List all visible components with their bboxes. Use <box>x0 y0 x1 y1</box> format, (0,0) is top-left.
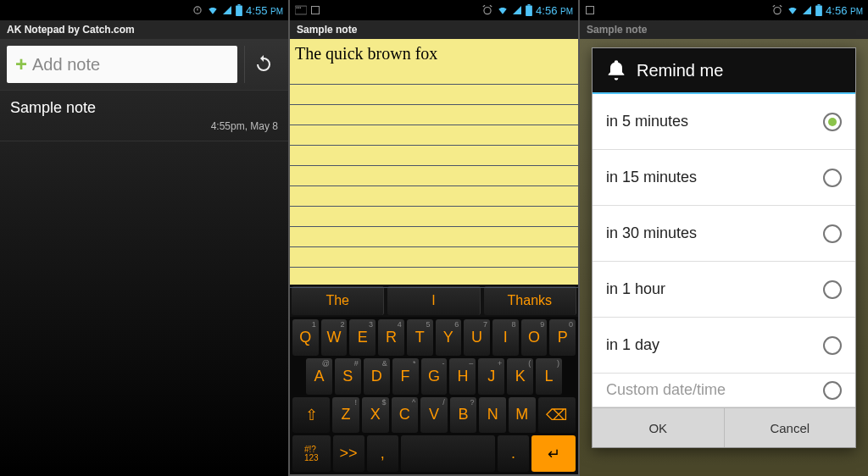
wifi-icon <box>497 4 509 16</box>
status-bar: 4:55 PM <box>0 0 288 20</box>
note-item[interactable]: Sample note 4:55pm, May 8 <box>0 91 288 141</box>
alarm-icon <box>771 4 783 16</box>
key-X[interactable]: $X <box>362 397 389 434</box>
key-C[interactable]: ^C <box>392 397 419 434</box>
refresh-button[interactable] <box>244 46 281 83</box>
cancel-button[interactable]: Cancel <box>725 408 856 447</box>
radio-selected-icon <box>823 113 842 131</box>
app-title: Sample note <box>290 20 578 39</box>
reminder-option[interactable]: in 1 hour <box>593 262 855 318</box>
dialog-header: Remind me <box>593 48 855 94</box>
key-enter[interactable]: ↵ <box>531 435 576 472</box>
svg-rect-10 <box>587 7 594 14</box>
note-content-area[interactable]: The quick brown fox <box>290 39 578 285</box>
svg-rect-1 <box>238 4 241 6</box>
key-D[interactable]: &D <box>364 358 390 395</box>
key-M[interactable]: M <box>509 397 536 434</box>
reminder-option[interactable]: in 15 minutes <box>593 150 855 206</box>
signal-icon <box>222 5 232 15</box>
key-W[interactable]: 2W <box>321 319 348 356</box>
key-V[interactable]: /V <box>420 397 448 434</box>
key-symbols[interactable]: #!? 123 <box>292 435 331 472</box>
suggestion-bar: The I Thanks <box>290 285 578 317</box>
option-label: in 30 minutes <box>606 224 697 242</box>
add-note-button[interactable]: + Add note <box>7 46 237 83</box>
key-Y[interactable]: 6Y <box>436 319 462 356</box>
keyboard-row-3: ⇧!Z$X^C/V?BNM⌫ <box>292 397 576 434</box>
svg-rect-8 <box>526 6 532 16</box>
reminder-option[interactable]: Custom date/time <box>593 374 855 407</box>
ok-button[interactable]: OK <box>593 408 725 447</box>
keyboard-notif-icon <box>295 5 307 15</box>
option-label: in 15 minutes <box>606 169 697 186</box>
svg-point-11 <box>774 8 781 14</box>
key-J[interactable]: +J <box>478 358 504 395</box>
suggestion[interactable]: Thanks <box>484 286 576 315</box>
key-backspace[interactable]: ⌫ <box>538 397 576 434</box>
svg-rect-3 <box>296 8 297 8</box>
wifi-icon <box>787 4 798 16</box>
add-note-label: Add note <box>32 55 100 75</box>
radio-unselected-icon <box>823 224 842 243</box>
key-H[interactable]: –H <box>449 358 476 395</box>
plus-icon: + <box>15 53 27 76</box>
alarm-icon <box>481 4 493 16</box>
svg-rect-9 <box>528 4 531 6</box>
dialog-buttons: OK Cancel <box>593 407 855 447</box>
key-F[interactable]: *F <box>392 358 419 395</box>
key-Q[interactable]: 1Q <box>292 319 319 356</box>
status-bar: 4:56 PM <box>290 0 578 20</box>
key-O[interactable]: 9O <box>521 319 548 356</box>
key-T[interactable]: 5T <box>407 319 433 356</box>
note-timestamp: 4:55pm, May 8 <box>0 119 288 141</box>
key-K[interactable]: (K <box>507 358 533 395</box>
key-N[interactable]: N <box>479 397 506 434</box>
key-E[interactable]: 3E <box>349 319 376 356</box>
key-fn[interactable]: >> <box>333 435 364 472</box>
key-shift[interactable]: ⇧ <box>292 397 330 434</box>
app-notif-icon <box>310 5 320 15</box>
key-comma[interactable]: , <box>367 435 398 472</box>
key-S[interactable]: #S <box>335 358 361 395</box>
reminder-option[interactable]: in 30 minutes <box>593 206 855 262</box>
suggestion[interactable]: The <box>292 286 384 315</box>
battery-icon <box>236 4 242 16</box>
key-L[interactable]: )L <box>536 358 562 395</box>
screen-note-editor: 4:56 PM Sample note The quick brown fox … <box>290 0 578 476</box>
key-Z[interactable]: !Z <box>332 397 359 434</box>
screen-remind-dialog: 4:56 PM Sample note Remind me in 5 minut… <box>580 0 868 476</box>
keyboard-row-4: #!? 123>>,.↵ <box>292 435 576 472</box>
key-B[interactable]: ?B <box>450 397 477 434</box>
key-space[interactable] <box>401 435 495 472</box>
key-P[interactable]: 0P <box>549 319 576 356</box>
key-A[interactable]: @A <box>306 358 332 395</box>
svg-rect-13 <box>818 4 821 6</box>
bell-icon <box>604 58 628 82</box>
radio-unselected-icon <box>823 336 842 355</box>
key-I[interactable]: 8I <box>492 319 519 356</box>
reminder-option[interactable]: in 1 day <box>593 318 855 374</box>
suggestion[interactable]: I <box>387 286 480 315</box>
alarm-icon <box>192 4 203 16</box>
option-label: in 5 minutes <box>606 113 688 130</box>
clock-time: 4:56 <box>536 4 557 17</box>
dialog-title: Remind me <box>637 61 723 80</box>
app-title: AK Notepad by Catch.com <box>0 20 288 39</box>
clock-time: 4:55 <box>246 4 267 17</box>
key-R[interactable]: 4R <box>378 319 404 356</box>
key-G[interactable]: -G <box>421 358 448 395</box>
key-U[interactable]: 7U <box>464 319 490 356</box>
option-label: Custom date/time <box>606 381 726 399</box>
signal-icon <box>512 5 522 15</box>
clock-time: 4:56 <box>826 4 847 17</box>
battery-icon <box>815 4 822 16</box>
screen-note-list: 4:55 PM AK Notepad by Catch.com + Add no… <box>0 0 288 476</box>
key-period[interactable]: . <box>498 435 529 472</box>
reminder-option[interactable]: in 5 minutes <box>593 94 855 150</box>
svg-rect-0 <box>236 6 242 16</box>
refresh-icon <box>253 54 274 75</box>
note-title: Sample note <box>0 91 288 119</box>
options-list: in 5 minutes in 15 minutes in 30 minutes… <box>593 94 855 407</box>
app-notif-icon <box>585 5 595 15</box>
svg-rect-12 <box>815 6 822 16</box>
